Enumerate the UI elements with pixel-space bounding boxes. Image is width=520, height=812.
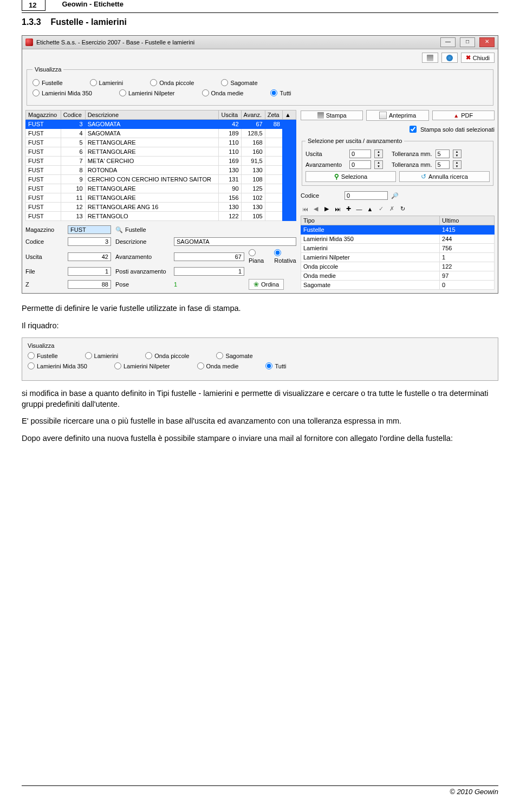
posti-value[interactable]: 1 (174, 267, 244, 276)
col-tipo[interactable]: Tipo (301, 216, 440, 225)
section-title: Fustelle - lamierini (50, 17, 126, 27)
info-icon (446, 55, 453, 61)
col-codice[interactable]: Codice (61, 111, 85, 120)
stampa-button[interactable]: Stampa (301, 111, 363, 120)
file-value[interactable]: 1 (68, 267, 111, 276)
minimize-button[interactable]: — (440, 37, 456, 47)
table-row[interactable]: Sagomate0 (301, 281, 495, 290)
sel-toll2-label: Tolleranza mm. (392, 161, 432, 168)
radio-tutti[interactable]: Tutti (270, 89, 291, 96)
window-close-button[interactable]: ✕ (479, 37, 495, 47)
magazzino-value[interactable]: FUST (68, 225, 111, 234)
col-magazzino[interactable]: Magazzino (26, 111, 61, 120)
table-row[interactable]: FUST10RETTANGOLARE90125 (26, 184, 296, 193)
binoculars-icon[interactable]: 🔍 (115, 226, 123, 233)
close-button[interactable]: ✖Chiudi (461, 53, 495, 63)
table-row[interactable]: FUST11RETTANGOLARE156102 (26, 193, 296, 203)
stampa-solo-checkbox[interactable] (410, 126, 417, 133)
radio-sagomate[interactable]: Sagomate (216, 352, 252, 359)
radio-mida350[interactable]: Lamierini Mida 350 (32, 89, 92, 96)
radio-piana[interactable]: Piana (249, 249, 265, 264)
table-row[interactable]: Onda medie97 (301, 271, 495, 281)
fustelle-grid[interactable]: Magazzino Codice Descrizione Uscita Avan… (25, 110, 296, 221)
col-descrizione[interactable]: Descrizione (85, 111, 219, 120)
radio-rotativa[interactable]: Rotativa (274, 249, 296, 264)
nav-last[interactable]: ⏭ (333, 206, 342, 212)
table-row[interactable]: Onda piccole122 (301, 262, 495, 271)
sel-toll1-input[interactable] (435, 150, 450, 158)
table-row[interactable]: FUST7META' CERCHIO16991,5 (26, 157, 296, 166)
print-icon-button[interactable] (422, 53, 438, 63)
avanzamento-value[interactable]: 67 (174, 252, 244, 261)
radio-fustelle[interactable]: Fustelle (28, 352, 58, 359)
nav-remove[interactable]: — (355, 206, 363, 212)
binoculars-icon[interactable]: 🔎 (391, 192, 399, 199)
table-row[interactable]: FUST13RETTANGOLO122105 (26, 212, 296, 221)
z-value[interactable]: 88 (68, 280, 111, 289)
table-row[interactable]: Lamierini756 (301, 244, 495, 253)
info-button[interactable] (441, 53, 458, 63)
radio-nilpeter[interactable]: Lamierini Nilpeter (119, 89, 175, 96)
nav-prev[interactable]: ◀ (311, 205, 320, 212)
anteprima-button[interactable]: Anteprima (366, 110, 428, 121)
seleziona-button[interactable]: ⚲Seleziona (306, 171, 396, 182)
page-title: Geowin - Etichette (62, 0, 123, 8)
section-number: 1.3.3 (22, 17, 41, 27)
radio-mida350[interactable]: Lamierini Mida 350 (28, 362, 87, 369)
col-avanz[interactable]: Avanz. (241, 111, 265, 120)
radio-onda-piccole[interactable]: Onda piccole (145, 352, 189, 359)
spinner[interactable]: ▲▼ (453, 160, 461, 169)
sel-toll2-input[interactable] (435, 160, 450, 169)
descrizione-value[interactable]: SAGOMATA (174, 237, 296, 246)
radio-fustelle[interactable]: Fustelle (32, 79, 63, 86)
sel-uscita-input[interactable] (349, 150, 371, 158)
uscita-value[interactable]: 42 (68, 252, 111, 261)
table-row[interactable]: FUST12RETTANGOLARE ANG 16130130 (26, 203, 296, 212)
nav-add[interactable]: ✚ (344, 205, 353, 212)
radio-nilpeter[interactable]: Lamierini Nilpeter (114, 362, 170, 369)
stampa-solo-label: Stampa solo dati selezionati (420, 126, 495, 133)
radio-sagomate[interactable]: Sagomate (221, 79, 257, 86)
table-row[interactable]: Lamierini Mida 350244 (301, 235, 495, 244)
codice-value[interactable]: 3 (68, 237, 111, 246)
radio-onda-piccole[interactable]: Onda piccole (150, 79, 194, 86)
table-row[interactable]: FUST9CERCHIO CON CERCHIO INTERNO SAITOR1… (26, 175, 296, 184)
radio-lamierini[interactable]: Lamierini (90, 79, 123, 86)
nav-first[interactable]: ⏮ (301, 206, 309, 212)
nav-cancel[interactable]: ✗ (387, 205, 396, 212)
sel-avanz-input[interactable] (349, 160, 371, 169)
avanzamento-label: Avanzamento (115, 254, 170, 260)
nav-check[interactable]: ✓ (376, 205, 385, 212)
table-row[interactable]: Fustelle1415 (301, 225, 495, 235)
table-row[interactable]: FUST4SAGOMATA189128,5 (26, 129, 296, 138)
col-zeta[interactable]: Zeta (265, 111, 282, 120)
nav-next[interactable]: ▶ (322, 205, 331, 212)
annulla-button[interactable]: ↺Annulla ricerca (399, 171, 490, 182)
nav-refresh[interactable]: ↻ (398, 205, 407, 212)
radio-tutti[interactable]: Tutti (265, 362, 286, 369)
selezione-legend: Selezione per uscita / avanzamento (306, 138, 404, 144)
types-grid[interactable]: Tipo Ultimo Fustelle1415Lamierini Mida 3… (301, 216, 495, 290)
col-uscita[interactable]: Uscita (219, 111, 241, 120)
pdf-button[interactable]: ▲PDF (432, 111, 495, 120)
spinner[interactable]: ▲▼ (374, 160, 383, 169)
window-title: Etichette S.a.s. - Esercizio 2007 - Base… (36, 39, 194, 46)
table-row[interactable]: FUST6RETTANGOLARE110160 (26, 147, 296, 157)
table-row[interactable]: FUST8ROTONDA130130 (26, 166, 296, 175)
scrollbar[interactable] (283, 120, 296, 221)
table-row[interactable]: Lamierini Nilpeter1 (301, 253, 495, 262)
radio-onda-medie[interactable]: Onda medie (202, 89, 244, 96)
radio-onda-medie[interactable]: Onda medie (197, 362, 239, 369)
table-row[interactable]: FUST3SAGOMATA426788 (26, 120, 296, 129)
codice-search-input[interactable] (344, 191, 388, 200)
ordina-button[interactable]: ❀Ordina (249, 279, 284, 290)
table-row[interactable]: FUST5RETTANGOLARE110168 (26, 138, 296, 147)
spinner[interactable]: ▲▼ (453, 150, 461, 158)
radio-lamierini[interactable]: Lamierini (85, 352, 119, 359)
col-ultimo[interactable]: Ultimo (440, 216, 495, 225)
sel-uscita-label: Uscita (306, 151, 346, 157)
spinner[interactable]: ▲▼ (374, 150, 383, 158)
maximize-button[interactable]: □ (460, 37, 475, 47)
bee-icon: ❀ (253, 281, 259, 288)
nav-up[interactable]: ▲ (366, 206, 374, 212)
